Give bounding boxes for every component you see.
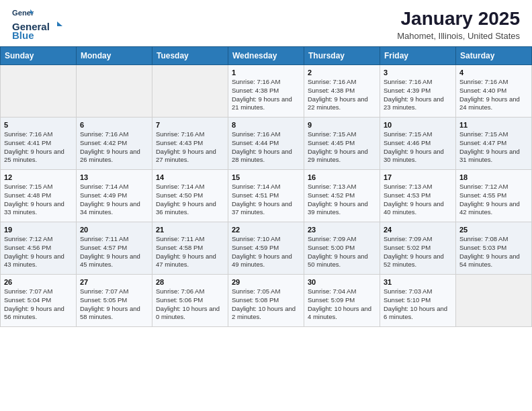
day-number: 14	[156, 173, 224, 181]
calendar-day-cell: 1Sunrise: 7:16 AM Sunset: 4:38 PM Daylig…	[228, 65, 304, 118]
calendar-day-cell: 5Sunrise: 7:16 AM Sunset: 4:41 PM Daylig…	[1, 118, 77, 170]
day-number: 24	[384, 226, 452, 234]
title-block: January 2025 Mahomet, Illinois, United S…	[397, 8, 520, 41]
calendar-day-cell: 24Sunrise: 7:09 AM Sunset: 5:02 PM Dayli…	[380, 222, 456, 275]
day-number: 11	[459, 121, 528, 129]
calendar-subtitle: Mahomet, Illinois, United States	[397, 31, 520, 41]
calendar-day-cell: 31Sunrise: 7:03 AM Sunset: 5:10 PM Dayli…	[380, 275, 456, 327]
day-info: Sunrise: 7:16 AM Sunset: 4:39 PM Dayligh…	[384, 78, 452, 112]
day-number: 27	[80, 278, 148, 286]
day-number: 7	[156, 121, 224, 129]
day-info: Sunrise: 7:12 AM Sunset: 4:55 PM Dayligh…	[459, 183, 528, 217]
day-number: 26	[4, 278, 73, 286]
calendar-day-cell: 17Sunrise: 7:13 AM Sunset: 4:53 PM Dayli…	[380, 170, 456, 222]
calendar-day-cell: 18Sunrise: 7:12 AM Sunset: 4:55 PM Dayli…	[456, 170, 532, 222]
header-sunday: Sunday	[1, 47, 77, 65]
logo-blue: Blue	[12, 30, 34, 41]
day-info: Sunrise: 7:11 AM Sunset: 4:57 PM Dayligh…	[80, 235, 148, 269]
day-number: 30	[308, 278, 376, 286]
calendar-day-cell: 10Sunrise: 7:15 AM Sunset: 4:46 PM Dayli…	[380, 118, 456, 170]
day-info: Sunrise: 7:13 AM Sunset: 4:53 PM Dayligh…	[384, 183, 452, 217]
header: General General Blue January 2025 Mahome…	[0, 0, 532, 46]
calendar-day-cell: 7Sunrise: 7:16 AM Sunset: 4:43 PM Daylig…	[152, 118, 228, 170]
day-number: 10	[384, 121, 452, 129]
day-number: 25	[459, 226, 528, 234]
calendar-day-cell	[77, 65, 152, 118]
day-number: 19	[4, 226, 73, 234]
day-info: Sunrise: 7:14 AM Sunset: 4:49 PM Dayligh…	[80, 183, 148, 217]
calendar-week-row: 19Sunrise: 7:12 AM Sunset: 4:56 PM Dayli…	[1, 222, 532, 275]
day-info: Sunrise: 7:15 AM Sunset: 4:46 PM Dayligh…	[384, 130, 452, 165]
day-number: 23	[308, 226, 376, 234]
day-number: 3	[384, 68, 452, 77]
day-number: 22	[232, 226, 300, 234]
day-info: Sunrise: 7:07 AM Sunset: 5:04 PM Dayligh…	[4, 287, 73, 322]
day-number: 5	[4, 121, 73, 129]
day-number: 12	[4, 173, 73, 181]
day-info: Sunrise: 7:13 AM Sunset: 4:52 PM Dayligh…	[308, 183, 376, 217]
calendar-day-cell: 30Sunrise: 7:04 AM Sunset: 5:09 PM Dayli…	[304, 275, 380, 327]
calendar-day-cell: 27Sunrise: 7:07 AM Sunset: 5:05 PM Dayli…	[77, 275, 152, 327]
day-info: Sunrise: 7:16 AM Sunset: 4:44 PM Dayligh…	[232, 130, 300, 165]
calendar-day-cell: 4Sunrise: 7:16 AM Sunset: 4:40 PM Daylig…	[456, 65, 532, 118]
day-info: Sunrise: 7:05 AM Sunset: 5:08 PM Dayligh…	[232, 287, 300, 322]
day-info: Sunrise: 7:15 AM Sunset: 4:45 PM Dayligh…	[308, 130, 376, 165]
calendar-week-row: 12Sunrise: 7:15 AM Sunset: 4:48 PM Dayli…	[1, 170, 532, 222]
weekday-header-row: Sunday Monday Tuesday Wednesday Thursday…	[1, 47, 532, 65]
day-number: 13	[80, 173, 148, 181]
day-number: 16	[308, 173, 376, 181]
day-info: Sunrise: 7:08 AM Sunset: 5:03 PM Dayligh…	[459, 235, 528, 269]
calendar-day-cell: 6Sunrise: 7:16 AM Sunset: 4:42 PM Daylig…	[77, 118, 152, 170]
calendar-page: General General Blue January 2025 Mahome…	[0, 0, 532, 411]
calendar-day-cell: 14Sunrise: 7:14 AM Sunset: 4:50 PM Dayli…	[152, 170, 228, 222]
calendar-day-cell: 15Sunrise: 7:14 AM Sunset: 4:51 PM Dayli…	[228, 170, 304, 222]
day-info: Sunrise: 7:16 AM Sunset: 4:38 PM Dayligh…	[308, 78, 376, 112]
calendar-day-cell	[456, 275, 532, 327]
day-info: Sunrise: 7:12 AM Sunset: 4:56 PM Dayligh…	[4, 235, 73, 269]
day-info: Sunrise: 7:16 AM Sunset: 4:40 PM Dayligh…	[459, 78, 528, 112]
calendar-day-cell: 28Sunrise: 7:06 AM Sunset: 5:06 PM Dayli…	[152, 275, 228, 327]
calendar-table: Sunday Monday Tuesday Wednesday Thursday…	[0, 46, 532, 327]
logo-icon: General	[12, 8, 34, 20]
day-info: Sunrise: 7:16 AM Sunset: 4:41 PM Dayligh…	[4, 130, 73, 165]
calendar-day-cell: 8Sunrise: 7:16 AM Sunset: 4:44 PM Daylig…	[228, 118, 304, 170]
day-number: 17	[384, 173, 452, 181]
day-info: Sunrise: 7:07 AM Sunset: 5:05 PM Dayligh…	[80, 287, 148, 322]
calendar-title: January 2025	[397, 8, 520, 30]
header-friday: Friday	[380, 47, 456, 65]
header-saturday: Saturday	[456, 47, 532, 65]
calendar-week-row: 5Sunrise: 7:16 AM Sunset: 4:41 PM Daylig…	[1, 118, 532, 170]
day-info: Sunrise: 7:09 AM Sunset: 5:00 PM Dayligh…	[308, 235, 376, 269]
calendar-day-cell	[1, 65, 77, 118]
calendar-day-cell: 26Sunrise: 7:07 AM Sunset: 5:04 PM Dayli…	[1, 275, 77, 327]
day-number: 15	[232, 173, 300, 181]
calendar-day-cell: 9Sunrise: 7:15 AM Sunset: 4:45 PM Daylig…	[304, 118, 380, 170]
logo-flag-icon	[51, 20, 63, 32]
day-info: Sunrise: 7:04 AM Sunset: 5:09 PM Dayligh…	[308, 287, 376, 322]
day-number: 9	[308, 121, 376, 129]
day-number: 4	[459, 68, 528, 77]
day-info: Sunrise: 7:16 AM Sunset: 4:43 PM Dayligh…	[156, 130, 224, 165]
calendar-day-cell: 16Sunrise: 7:13 AM Sunset: 4:52 PM Dayli…	[304, 170, 380, 222]
calendar-day-cell: 12Sunrise: 7:15 AM Sunset: 4:48 PM Dayli…	[1, 170, 77, 222]
header-monday: Monday	[77, 47, 152, 65]
logo: General General Blue	[12, 8, 64, 41]
day-info: Sunrise: 7:16 AM Sunset: 4:42 PM Dayligh…	[80, 130, 148, 165]
day-info: Sunrise: 7:14 AM Sunset: 4:51 PM Dayligh…	[232, 183, 300, 217]
day-number: 29	[232, 278, 300, 286]
calendar-week-row: 26Sunrise: 7:07 AM Sunset: 5:04 PM Dayli…	[1, 275, 532, 327]
calendar-day-cell: 11Sunrise: 7:15 AM Sunset: 4:47 PM Dayli…	[456, 118, 532, 170]
day-number: 2	[308, 68, 376, 77]
calendar-day-cell: 22Sunrise: 7:10 AM Sunset: 4:59 PM Dayli…	[228, 222, 304, 275]
header-thursday: Thursday	[304, 47, 380, 65]
calendar-day-cell	[152, 65, 228, 118]
day-number: 18	[459, 173, 528, 181]
day-number: 8	[232, 121, 300, 129]
header-tuesday: Tuesday	[152, 47, 228, 65]
calendar-day-cell: 19Sunrise: 7:12 AM Sunset: 4:56 PM Dayli…	[1, 222, 77, 275]
day-number: 6	[80, 121, 148, 129]
calendar-day-cell: 21Sunrise: 7:11 AM Sunset: 4:58 PM Dayli…	[152, 222, 228, 275]
calendar-day-cell: 3Sunrise: 7:16 AM Sunset: 4:39 PM Daylig…	[380, 65, 456, 118]
day-info: Sunrise: 7:06 AM Sunset: 5:06 PM Dayligh…	[156, 287, 224, 322]
calendar-day-cell: 23Sunrise: 7:09 AM Sunset: 5:00 PM Dayli…	[304, 222, 380, 275]
